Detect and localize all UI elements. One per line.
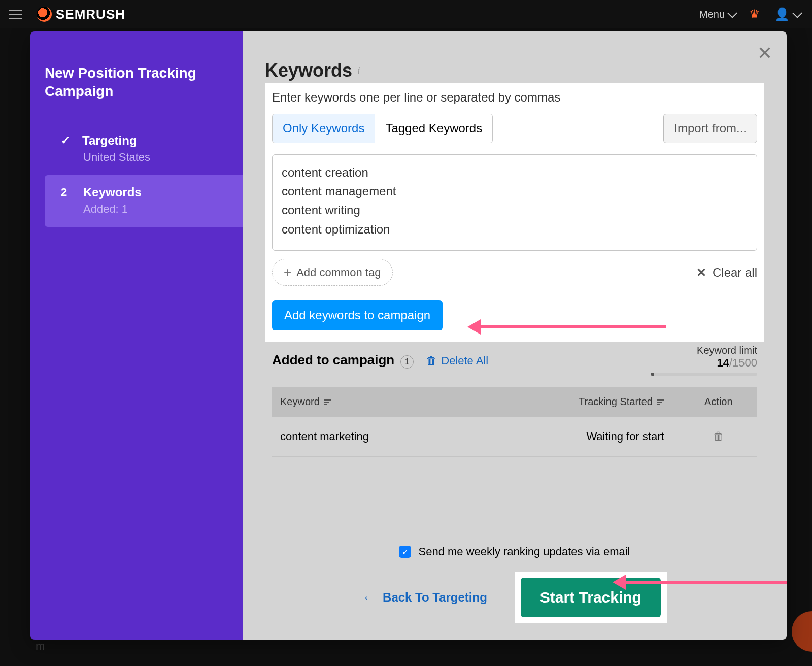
- chevron-down-icon: [727, 8, 737, 18]
- wizard-main: ✕ Keywords i Enter keywords one per line…: [243, 31, 787, 640]
- info-icon[interactable]: i: [357, 65, 360, 77]
- crown-icon[interactable]: ♛: [749, 7, 760, 21]
- wizard-step-keywords[interactable]: 2 Keywords Added: 1: [45, 175, 243, 227]
- user-menu[interactable]: 👤: [774, 7, 800, 21]
- position-tracking-modal: New Position Tracking Campaign ✓ Targeti…: [30, 31, 787, 640]
- added-title: Added to campaign: [272, 352, 394, 368]
- brand-logo-icon: [37, 7, 52, 22]
- top-nav: SEMRUSH Menu ♛ 👤: [0, 0, 812, 28]
- column-action: Action: [696, 387, 757, 417]
- table-row: content marketing Waiting for start 🗑: [272, 417, 757, 457]
- added-keywords-table: Keyword Tracking Started Action content …: [272, 387, 757, 457]
- user-icon: 👤: [774, 7, 790, 21]
- annotation-arrow-icon: [473, 325, 666, 328]
- add-common-tag-button[interactable]: + Add common tag: [272, 259, 393, 286]
- step-label: Targeting: [82, 134, 137, 148]
- added-to-campaign-section: Added to campaign 1 🗑 Delete All Keyword…: [265, 342, 764, 457]
- clear-all-button[interactable]: ✕ Clear all: [696, 265, 757, 280]
- keyword-mode-toggle: Only Keywords Tagged Keywords: [272, 114, 493, 143]
- add-keywords-button[interactable]: Add keywords to campaign: [272, 300, 443, 330]
- sort-icon: [657, 399, 664, 405]
- arrow-left-icon: ←: [362, 590, 376, 606]
- keywords-textarea[interactable]: content creation content management cont…: [272, 154, 757, 251]
- tab-only-keywords[interactable]: Only Keywords: [273, 114, 375, 143]
- delete-all-button[interactable]: 🗑 Delete All: [426, 354, 488, 368]
- tab-tagged-keywords[interactable]: Tagged Keywords: [375, 114, 492, 143]
- close-icon[interactable]: ✕: [757, 43, 772, 64]
- keyword-limit: Keyword limit 14/1500: [651, 345, 757, 376]
- trash-icon: 🗑: [426, 354, 437, 368]
- weekly-updates-checkbox-row[interactable]: ✓ Send me weekly ranking updates via ema…: [399, 545, 630, 558]
- check-icon: ✓: [61, 134, 70, 147]
- close-icon: ✕: [696, 265, 706, 280]
- chevron-down-icon: [792, 8, 802, 18]
- hamburger-icon[interactable]: [9, 10, 22, 19]
- step-sublabel: Added: 1: [83, 203, 232, 216]
- start-tracking-highlight: Start Tracking: [515, 572, 667, 623]
- cell-tracking: Waiting for start: [562, 430, 688, 443]
- step-number: 2: [61, 186, 71, 199]
- wizard-footer: ✓ Send me weekly ranking updates via ema…: [243, 545, 787, 623]
- instruction-text: Enter keywords one per line or separated…: [272, 90, 757, 105]
- menu-dropdown[interactable]: Menu: [699, 9, 735, 20]
- back-to-targeting-link[interactable]: ← Back To Targeting: [362, 590, 487, 606]
- wizard-step-targeting[interactable]: ✓ Targeting United States: [45, 123, 243, 175]
- step-label: Keywords: [83, 185, 142, 199]
- section-heading: Keywords i: [265, 60, 764, 81]
- keywords-input-card: Enter keywords one per line or separated…: [265, 83, 764, 342]
- added-count-badge: 1: [400, 355, 414, 369]
- menu-label: Menu: [699, 9, 725, 20]
- cell-keyword: content marketing: [280, 430, 562, 443]
- column-keyword[interactable]: Keyword: [272, 387, 570, 417]
- column-tracking-started[interactable]: Tracking Started: [570, 387, 696, 417]
- checkbox-checked-icon[interactable]: ✓: [399, 546, 411, 558]
- sort-icon: [324, 399, 331, 405]
- annotation-arrow-icon: [618, 581, 787, 584]
- step-sublabel: United States: [83, 151, 232, 164]
- import-from-button[interactable]: Import from...: [663, 114, 757, 143]
- brand-logo-text: SEMRUSH: [56, 7, 125, 22]
- trash-icon: 🗑: [713, 430, 724, 443]
- wizard-title: New Position Tracking Campaign: [45, 64, 243, 101]
- brand-logo[interactable]: SEMRUSH: [37, 7, 125, 22]
- keyword-limit-progress: [651, 373, 757, 376]
- delete-row-button[interactable]: 🗑: [688, 430, 749, 443]
- wizard-sidebar: New Position Tracking Campaign ✓ Targeti…: [30, 31, 243, 640]
- plus-icon: +: [284, 264, 291, 280]
